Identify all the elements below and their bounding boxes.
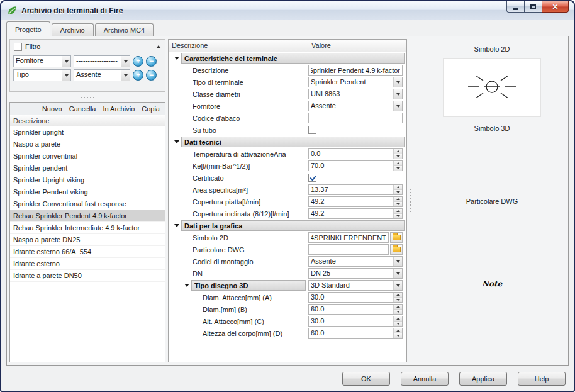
- list-item[interactable]: Sprinkler conventinal: [10, 150, 165, 162]
- filter-value-1-select[interactable]: ------------------: [74, 55, 130, 67]
- tab-progetto[interactable]: Progetto: [6, 21, 50, 36]
- horizontal-splitter-handle[interactable]: [9, 94, 165, 101]
- ke-spinner[interactable]: 70.0: [308, 160, 403, 171]
- in-archivio-button[interactable]: In Archivio: [103, 105, 135, 113]
- spin-up-icon[interactable]: [394, 197, 402, 201]
- list-item[interactable]: Sprinkler Conventional fast response: [10, 198, 165, 210]
- group-caratteristiche[interactable]: Caratteristiche del terminale: [169, 52, 406, 64]
- alt-attacco-spinner[interactable]: 30.0: [308, 316, 403, 327]
- filtro-checkbox[interactable]: [14, 43, 22, 51]
- su-tubo-checkbox[interactable]: [308, 126, 316, 134]
- tab-archivio-mc4[interactable]: Archivio MC4: [95, 23, 154, 36]
- grid-column-valore[interactable]: Valore: [308, 40, 406, 52]
- collapse-triangle-icon[interactable]: [172, 57, 181, 60]
- copia-button[interactable]: Copia: [142, 105, 160, 113]
- spin-down-icon[interactable]: [394, 321, 402, 326]
- particolare-dwg-path-input[interactable]: [308, 244, 389, 255]
- spin-down-icon[interactable]: [394, 333, 402, 338]
- descrizione-input[interactable]: Rehau Sprinkler Pendent 4.9 k-factor: [308, 65, 403, 76]
- chevron-down-icon[interactable]: [121, 56, 130, 67]
- list-item[interactable]: Idrante esterno: [10, 258, 165, 270]
- chevron-down-icon[interactable]: [393, 281, 402, 290]
- remove-filter-button[interactable]: −: [146, 56, 157, 67]
- copertura-inclinata-spinner[interactable]: 49.2: [308, 208, 403, 219]
- list-item[interactable]: Naspo a parete: [10, 138, 165, 150]
- list-item[interactable]: Sprinkler upright: [10, 126, 165, 138]
- help-button[interactable]: Help: [518, 372, 566, 386]
- cancella-button[interactable]: Cancella: [69, 105, 96, 113]
- collapse-triangle-icon[interactable]: [182, 284, 191, 287]
- chevron-down-icon[interactable]: [62, 70, 70, 81]
- codice-abaco-input[interactable]: [308, 113, 403, 123]
- spin-down-icon[interactable]: [394, 189, 402, 194]
- chevron-down-icon[interactable]: [393, 89, 402, 99]
- spin-up-icon[interactable]: [394, 161, 402, 165]
- add-filter-button[interactable]: +: [133, 70, 143, 81]
- collapse-triangle-icon[interactable]: [172, 224, 181, 227]
- spin-up-icon[interactable]: [394, 305, 402, 309]
- simbolo-2d-browse-button[interactable]: [390, 232, 403, 243]
- spin-up-icon[interactable]: [394, 185, 402, 189]
- spin-up-icon[interactable]: [394, 293, 402, 297]
- chevron-down-icon[interactable]: [393, 77, 402, 87]
- title-bar[interactable]: Archivio dei terminali di Fire: [1, 1, 574, 20]
- spin-up-icon[interactable]: [394, 209, 402, 213]
- list-item[interactable]: Rehau Sprinkler Intermediate 4.9 k-facto…: [10, 222, 165, 234]
- group-dati-grafica[interactable]: Dati per la grafica: [169, 220, 406, 232]
- nuovo-button[interactable]: Nuovo: [42, 105, 62, 113]
- ok-button[interactable]: OK: [342, 372, 390, 386]
- list-item[interactable]: Sprinkler pendent: [10, 162, 165, 174]
- list-item[interactable]: Sprinkler Pendent viking: [10, 186, 165, 198]
- chevron-down-icon[interactable]: [62, 56, 70, 67]
- vertical-splitter-handle[interactable]: [410, 189, 411, 212]
- list-item-selected[interactable]: Rehau Sprinkler Pendent 4.9 k-factor: [10, 210, 165, 222]
- classe-diametri-select[interactable]: UNI 8863: [308, 89, 403, 99]
- tab-archivio[interactable]: Archivio: [52, 23, 94, 36]
- add-filter-button[interactable]: +: [133, 56, 143, 67]
- annulla-button[interactable]: Annulla: [401, 372, 449, 386]
- collapse-filter-icon[interactable]: [156, 45, 161, 48]
- tipo-disegno-3d-select[interactable]: 3D Standard: [308, 280, 403, 291]
- spin-up-icon[interactable]: [394, 328, 402, 333]
- spin-down-icon[interactable]: [394, 297, 402, 302]
- dn-select[interactable]: DN 25: [308, 268, 403, 279]
- grid-column-descrizione[interactable]: Descrizione: [169, 40, 308, 52]
- altezza-corpo-spinner[interactable]: 60.0: [308, 328, 403, 339]
- spin-down-icon[interactable]: [394, 154, 402, 159]
- codici-montaggio-select[interactable]: Assente: [308, 256, 403, 267]
- diam-attacco-spinner[interactable]: 30.0: [308, 292, 403, 303]
- collapse-triangle-icon[interactable]: [172, 140, 181, 143]
- group-dati-tecnici[interactable]: Dati tecnici: [169, 136, 406, 148]
- filter-value-2-select[interactable]: Assente: [74, 69, 130, 81]
- spin-down-icon[interactable]: [394, 201, 402, 206]
- spin-up-icon[interactable]: [394, 149, 402, 154]
- simbolo-2d-path-input[interactable]: RE\MC4SPRINKLERPENDENT: [308, 232, 389, 243]
- copertura-piatta-spinner[interactable]: 49.2: [308, 196, 403, 207]
- list-column-header[interactable]: Descrizione: [10, 115, 165, 126]
- area-specifica-spinner[interactable]: 13.37: [308, 184, 403, 195]
- spin-down-icon[interactable]: [394, 309, 402, 314]
- list-item[interactable]: Idrante esterno 66/A_554: [10, 246, 165, 258]
- chevron-down-icon[interactable]: [393, 101, 402, 111]
- chevron-down-icon[interactable]: [393, 257, 402, 266]
- fornitore-select[interactable]: Assente: [308, 101, 403, 111]
- filter-field-1-select[interactable]: Fornitore: [13, 55, 71, 67]
- list-item[interactable]: Naspo a parete DN25: [10, 234, 165, 246]
- tipo-terminale-select[interactable]: Sprinkler Pendent: [308, 77, 403, 87]
- maximize-button[interactable]: [524, 1, 542, 13]
- chevron-down-icon[interactable]: [393, 269, 402, 278]
- diam-b-spinner[interactable]: 60.0: [308, 304, 403, 315]
- particolare-dwg-browse-button[interactable]: [390, 244, 403, 255]
- spin-down-icon[interactable]: [394, 213, 402, 218]
- spin-up-icon[interactable]: [394, 316, 402, 321]
- chevron-down-icon[interactable]: [121, 70, 130, 81]
- close-button[interactable]: ✕: [542, 1, 569, 13]
- minimize-button[interactable]: [506, 1, 525, 13]
- filter-field-2-select[interactable]: Tipo: [13, 69, 71, 81]
- list-item[interactable]: Sprinkler Upright viking: [10, 174, 165, 186]
- remove-filter-button[interactable]: −: [146, 70, 157, 81]
- temperatura-attivazione-spinner[interactable]: 0.0: [308, 148, 403, 159]
- certificato-checkbox[interactable]: [308, 174, 316, 182]
- list-item[interactable]: Idrante a parete DN50: [10, 270, 165, 282]
- applica-button[interactable]: Applica: [459, 372, 507, 386]
